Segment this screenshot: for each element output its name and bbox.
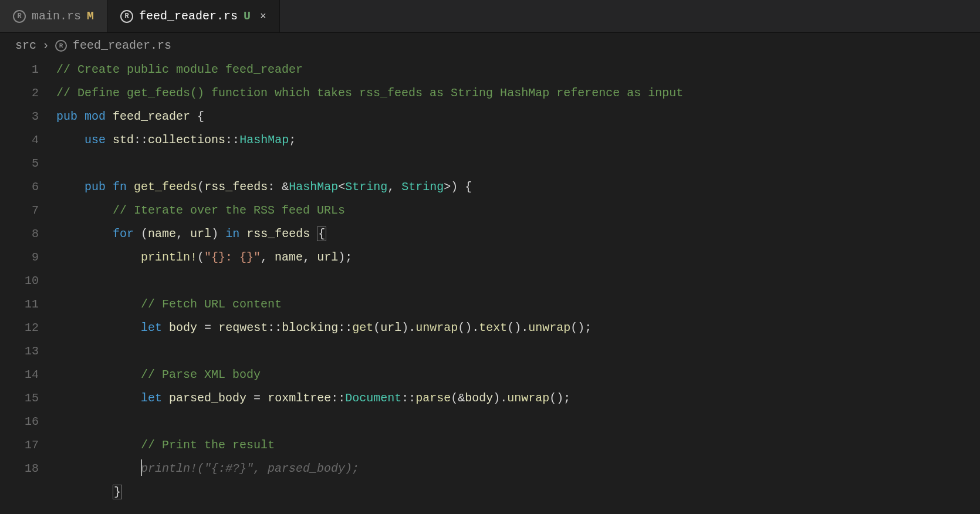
code-area[interactable]: // Create public module feed_reader// De… <box>56 58 980 504</box>
chevron-right-icon: › <box>42 39 49 52</box>
breadcrumb-file[interactable]: feed_reader.rs <box>73 39 171 52</box>
line-number: 9 <box>0 246 39 269</box>
line-number: 4 <box>0 128 39 152</box>
code-line[interactable]: // Print the result <box>56 434 980 457</box>
line-number: 3 <box>0 105 39 128</box>
close-icon[interactable]: × <box>260 11 266 22</box>
line-number: 18 <box>0 457 39 481</box>
tab-filename: main.rs <box>32 9 81 23</box>
code-line[interactable]: } <box>56 481 980 504</box>
rust-icon: R <box>13 10 26 23</box>
line-number: 6 <box>0 175 39 199</box>
breadcrumb[interactable]: src › R feed_reader.rs <box>0 33 980 56</box>
breadcrumb-folder[interactable]: src <box>15 39 36 52</box>
line-number: 8 <box>0 222 39 246</box>
line-number: 1 <box>0 58 39 82</box>
line-number: 7 <box>0 199 39 222</box>
code-line[interactable]: // Parse XML body <box>56 363 980 387</box>
tab-bar: R main.rs M R feed_reader.rs U × <box>0 0 980 33</box>
code-line[interactable]: let parsed_body = roxmltree::Document::p… <box>56 387 980 410</box>
code-line[interactable]: println!("{}: {}", name, url); <box>56 246 980 269</box>
code-line[interactable] <box>56 340 980 363</box>
line-number: 14 <box>0 363 39 387</box>
line-number <box>0 481 39 504</box>
tab-feed-reader-rs[interactable]: R feed_reader.rs U × <box>107 0 280 32</box>
line-number: 13 <box>0 340 39 363</box>
line-number: 12 <box>0 316 39 340</box>
line-number: 10 <box>0 269 39 293</box>
git-status-modified: M <box>87 9 94 23</box>
line-number: 15 <box>0 387 39 410</box>
line-number-gutter: 123456789101112131415161718 <box>0 58 56 504</box>
line-number: 2 <box>0 82 39 105</box>
code-line[interactable]: // Iterate over the RSS feed URLs <box>56 199 980 222</box>
code-line[interactable]: for (name, url) in rss_feeds { <box>56 222 980 246</box>
tab-filename: feed_reader.rs <box>139 9 238 23</box>
rust-icon: R <box>120 10 133 23</box>
line-number: 17 <box>0 434 39 457</box>
tab-main-rs[interactable]: R main.rs M <box>0 0 107 32</box>
code-line[interactable] <box>56 269 980 293</box>
code-line[interactable]: pub fn get_feeds(rss_feeds: &HashMap<Str… <box>56 175 980 199</box>
code-line[interactable]: pub mod feed_reader { <box>56 105 980 128</box>
line-number: 5 <box>0 152 39 175</box>
code-line[interactable]: // Fetch URL content <box>56 293 980 316</box>
rust-icon: R <box>55 40 67 52</box>
code-line[interactable] <box>56 410 980 434</box>
code-line[interactable]: // Define get_feeds() function which tak… <box>56 82 980 105</box>
code-line[interactable]: let body = reqwest::blocking::get(url).u… <box>56 316 980 340</box>
code-line[interactable] <box>56 152 980 175</box>
code-editor[interactable]: 123456789101112131415161718 // Create pu… <box>0 56 980 504</box>
git-status-untracked: U <box>244 9 251 23</box>
code-line[interactable]: // Create public module feed_reader <box>56 58 980 82</box>
line-number: 16 <box>0 410 39 434</box>
code-line[interactable]: println!("{:#?}", parsed_body); <box>56 457 980 481</box>
line-number: 11 <box>0 293 39 316</box>
code-line[interactable]: use std::collections::HashMap; <box>56 128 980 152</box>
